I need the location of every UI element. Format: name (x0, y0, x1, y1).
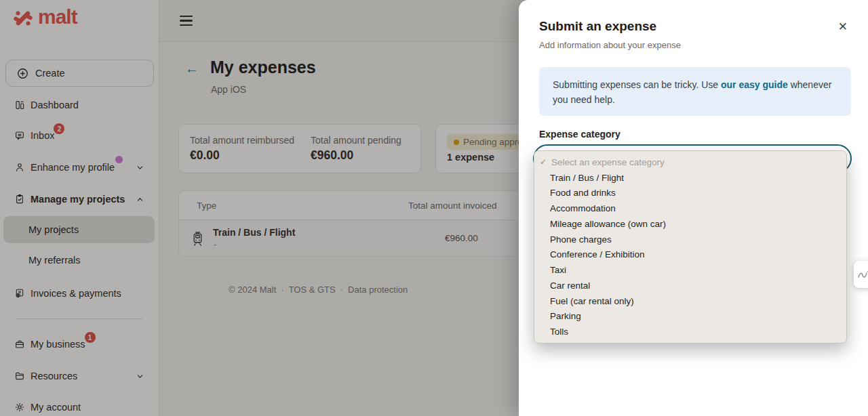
option-label: Train / Bus / Flight (550, 173, 624, 183)
dropdown-option[interactable]: Train / Bus / Flight (534, 170, 846, 186)
option-label: Mileage allowance (own car) (550, 219, 666, 229)
option-label: Select an expense category (551, 157, 665, 167)
option-label: Phone charges (550, 234, 612, 245)
option-label: Tolls (550, 327, 568, 337)
drawer-title: Submit an expense (539, 19, 656, 34)
dropdown-option[interactable]: Mileage allowance (own car) (534, 216, 846, 232)
dropdown-option[interactable]: Phone charges (534, 232, 846, 247)
info-text-pre: Submitting expenses can be tricky. Use (553, 79, 721, 90)
check-icon: ✓ (540, 157, 547, 167)
option-label: Parking (550, 311, 581, 321)
option-label: Taxi (550, 265, 566, 275)
submit-expense-drawer: Submit an expense ✕ Add information abou… (519, 0, 868, 416)
option-label: Conference / Exhibition (550, 249, 645, 259)
expense-category-label: Expense category (539, 129, 620, 140)
option-label: Food and drinks (550, 188, 616, 198)
dropdown-option[interactable]: Taxi (534, 262, 846, 278)
scribble-icon (857, 269, 868, 280)
drawer-subtitle: Add information about your expense (539, 40, 681, 50)
dropdown-option[interactable]: Fuel (car rental only) (534, 293, 846, 309)
screen: malt Create Dashboard Inbox 2 (0, 0, 868, 416)
option-label: Car rental (550, 280, 590, 291)
dropdown-option[interactable]: Accommodation (534, 201, 846, 216)
close-icon[interactable]: ✕ (836, 19, 850, 35)
info-banner: Submitting expenses can be tricky. Use o… (539, 67, 851, 116)
dropdown-option[interactable]: Parking (534, 309, 846, 325)
category-dropdown-menu: ✓ Select an expense category Train / Bus… (534, 150, 847, 344)
dropdown-option[interactable]: Food and drinks (534, 186, 846, 201)
dropdown-option-placeholder[interactable]: ✓ Select an expense category (534, 154, 846, 170)
dropdown-option[interactable]: Conference / Exhibition (534, 247, 846, 263)
option-label: Accommodation (550, 203, 616, 213)
easy-guide-link[interactable]: our easy guide (721, 79, 788, 90)
dropdown-option[interactable]: Tolls (534, 324, 846, 339)
dropdown-option[interactable]: Car rental (534, 278, 846, 293)
side-widget-tab[interactable] (854, 261, 868, 288)
option-label: Fuel (car rental only) (550, 296, 634, 306)
